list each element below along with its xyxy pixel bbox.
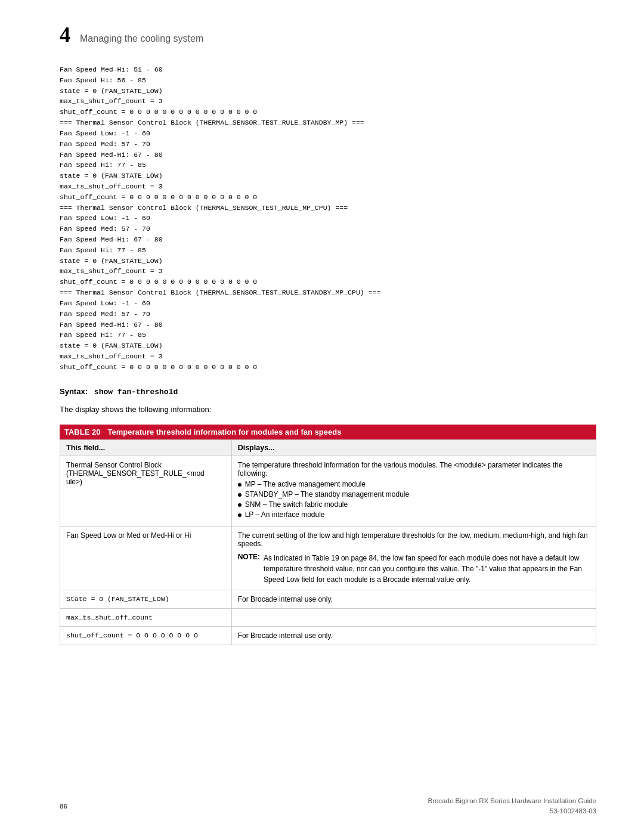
footer-title: Brocade BigIron RX Series Hardware Insta…: [428, 796, 596, 817]
table-label: TABLE 20: [64, 428, 100, 436]
table-cell-field: max_ts_shut_off_count: [60, 608, 232, 626]
table-row: State = 0 (FAN_STATE_LOW)For Brocade int…: [60, 590, 596, 608]
table-cell-field: Fan Speed Low or Med or Med-Hi or Hi: [60, 526, 232, 590]
table-caption: Temperature threshold information for mo…: [107, 428, 341, 436]
list-item: LP – An interface module: [238, 510, 590, 519]
page: 4 Managing the cooling system Fan Speed …: [0, 0, 644, 833]
bullet-icon: [238, 483, 242, 487]
table-cell-field: Thermal Sensor Control Block(THERMAL_SEN…: [60, 456, 232, 526]
table-header-row: This field... Displays...: [60, 439, 596, 456]
table-cell-displays: [231, 608, 596, 626]
list-item: STANDBY_MP – The standby management modu…: [238, 490, 590, 498]
bullet-icon: [238, 503, 242, 507]
col-header-field: This field...: [60, 439, 232, 456]
note-block: NOTE: As indicated in Table 19 on page 8…: [238, 553, 590, 585]
table-cell-field: shut_off_count = O O O O O O O O: [60, 626, 232, 645]
table-cell-displays: For Brocade internal use only.: [231, 626, 596, 645]
bullet-icon: [238, 493, 242, 497]
table-row: max_ts_shut_off_count: [60, 608, 596, 626]
bullet-icon: [238, 513, 242, 517]
main-table: This field... Displays... Thermal Sensor…: [60, 439, 596, 645]
note-text: As indicated in Table 19 on page 84, the…: [264, 553, 590, 585]
list-item: SNM – The switch fabric module: [238, 500, 590, 509]
table-container: TABLE 20 Temperature threshold informati…: [60, 425, 596, 645]
list-item: MP – The active management module: [238, 480, 590, 488]
chapter-header: 4 Managing the cooling system: [60, 24, 596, 45]
table-row: Thermal Sensor Control Block(THERMAL_SEN…: [60, 456, 596, 526]
syntax-command: show fan-threshold: [94, 388, 178, 397]
code-block: Fan Speed Med-Hi: 51 - 60 Fan Speed Hi: …: [60, 64, 596, 373]
syntax-label: Syntax:: [60, 387, 88, 396]
table-cell-displays: The current setting of the low and high …: [231, 526, 596, 590]
chapter-title: Managing the cooling system: [80, 33, 203, 44]
table-row: shut_off_count = O O O O O O O OFor Broc…: [60, 626, 596, 645]
col-header-displays: Displays...: [231, 439, 596, 456]
footer-page-number: 86: [60, 803, 67, 810]
intro-paragraph: The display shows the following informat…: [60, 405, 596, 414]
note-label: NOTE:: [238, 553, 260, 585]
table-row: Fan Speed Low or Med or Med-Hi or HiThe …: [60, 526, 596, 590]
syntax-line: Syntax: show fan-threshold: [60, 387, 596, 397]
footer: 86 Brocade BigIron RX Series Hardware In…: [60, 796, 596, 817]
table-cell-displays: The temperature threshold information fo…: [231, 456, 596, 526]
table-caption-row: TABLE 20 Temperature threshold informati…: [60, 425, 596, 439]
table-cell-field: State = 0 (FAN_STATE_LOW): [60, 590, 232, 608]
table-cell-displays: For Brocade internal use only.: [231, 590, 596, 608]
chapter-number: 4: [60, 24, 70, 45]
